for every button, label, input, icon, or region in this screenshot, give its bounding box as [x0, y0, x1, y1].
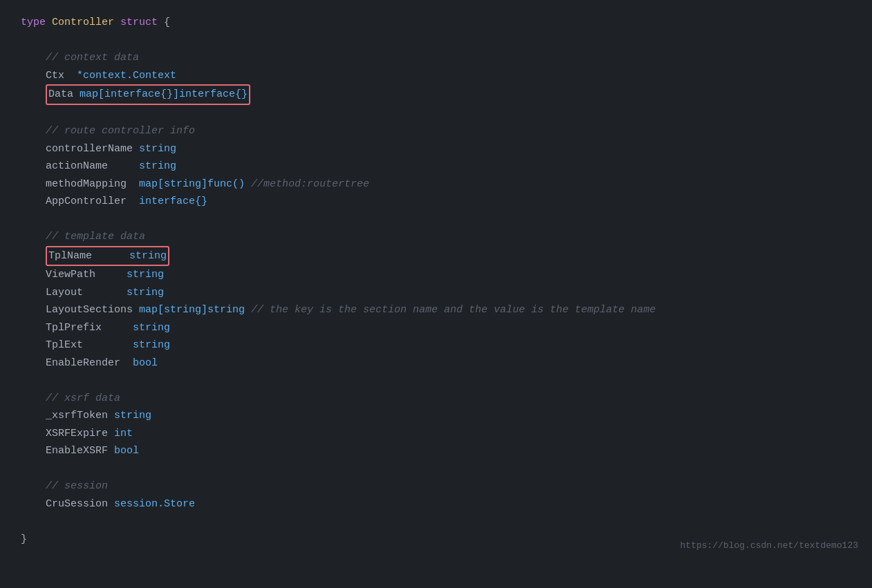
field-layout: Layout string: [21, 284, 851, 302]
field-layout-sections: LayoutSections map[string]string // the …: [21, 301, 851, 319]
spacer: [21, 211, 851, 229]
comment-template: // template data: [21, 228, 851, 246]
struct-name: Controller: [52, 14, 114, 32]
field-tpl-ext: TplExt string: [21, 336, 851, 354]
line-struct-open: type Controller struct {: [21, 14, 851, 32]
comment-context: // context data: [21, 49, 851, 67]
field-action-name: actionName string: [21, 158, 851, 176]
field-enable-render: EnableRender bool: [21, 354, 851, 372]
spacer: [21, 32, 851, 50]
highlighted-data-field: Data map[interface{}]interface{}: [46, 84, 250, 105]
field-enable-xsrf: EnableXSRF bool: [21, 442, 851, 460]
field-cru-session: CruSession session.Store: [21, 495, 851, 513]
field-controller-name: controllerName string: [21, 140, 851, 158]
highlighted-tplname-field: TplName string: [46, 246, 169, 267]
field-app-controller: AppController interface{}: [21, 193, 851, 211]
code-container: type Controller struct { // context data…: [0, 0, 872, 562]
comment-text: // route controller info: [46, 122, 195, 140]
keyword-struct: struct: [120, 14, 158, 32]
comment-text: // context data: [46, 49, 139, 67]
comment-route: // route controller info: [21, 122, 851, 140]
keyword-type: type: [21, 14, 46, 32]
watermark: https://blog.csdn.net/textdemo123: [680, 538, 858, 553]
comment-text: // xsrf data: [46, 390, 120, 408]
field-xsrf-expire: XSRFExpire int: [21, 425, 851, 443]
comment-text: // template data: [46, 228, 145, 246]
field-tplname: TplName string: [21, 246, 851, 267]
field-xsrf-token: _xsrfToken string: [21, 407, 851, 425]
spacer: [21, 513, 851, 531]
spacer: [21, 460, 851, 478]
spacer: [21, 105, 851, 123]
field-viewpath: ViewPath string: [21, 266, 851, 284]
field-ctx: Ctx *context.Context: [21, 67, 851, 85]
field-method-mapping: methodMapping map[string]func() //method…: [21, 176, 851, 193]
comment-xsrf: // xsrf data: [21, 390, 851, 408]
field-tpl-prefix: TplPrefix string: [21, 319, 851, 337]
close-brace: }: [21, 531, 27, 549]
comment-session: // session: [21, 477, 851, 495]
comment-text: // session: [46, 477, 108, 495]
spacer: [21, 372, 851, 390]
field-data: Data map[interface{}]interface{}: [21, 84, 851, 105]
